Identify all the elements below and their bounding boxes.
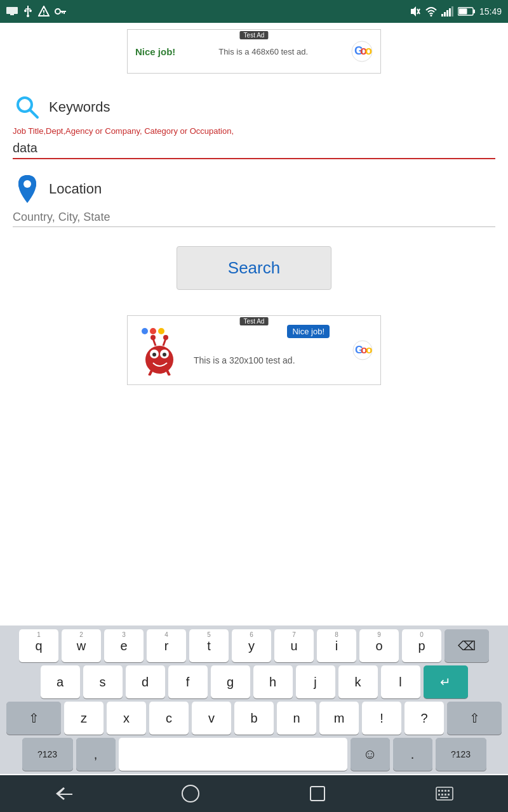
svg-rect-63 [448, 794, 450, 796]
keyboard-row-1: 1q 2w 3e 4r 5t 6y 7u 8i 9o 0p ⌫ [0, 629, 508, 662]
bottom-nav [0, 775, 508, 812]
svg-marker-52 [56, 787, 72, 800]
key-i[interactable]: 8i [317, 629, 356, 662]
key-z[interactable]: z [64, 702, 104, 735]
ad-banner-bottom: Test Ad Nice job! This [127, 315, 381, 385]
wifi-icon [425, 6, 438, 16]
svg-text:o: o [365, 44, 372, 57]
ad-nice-job-top: Nice job! [135, 46, 175, 57]
ad-bottom-text: This is a 320x100 test ad. [194, 355, 373, 365]
key-m[interactable]: m [319, 702, 359, 735]
svg-point-4 [24, 10, 27, 12]
key-f[interactable]: f [168, 665, 208, 698]
screen-icon [6, 7, 18, 16]
svg-point-37 [145, 346, 173, 374]
key-123-right[interactable]: ?123 [436, 738, 486, 771]
key-enter[interactable]: ↵ [424, 665, 468, 698]
svg-point-5 [29, 10, 32, 12]
svg-rect-21 [449, 8, 451, 16]
google-logo-top: G o o [351, 41, 373, 62]
key-u[interactable]: 7u [274, 629, 314, 662]
key-l[interactable]: l [381, 665, 420, 698]
svg-line-46 [149, 370, 152, 376]
key-t[interactable]: 5t [189, 629, 229, 662]
key-o[interactable]: 9o [359, 629, 399, 662]
key-w[interactable]: 2w [62, 629, 101, 662]
key-123-left[interactable]: ?123 [22, 738, 73, 771]
keyboard-row-4: ?123 , ☺ . ?123 [0, 738, 508, 771]
location-input[interactable] [13, 208, 495, 227]
svg-rect-1 [10, 14, 14, 15]
key-r[interactable]: 4r [147, 629, 186, 662]
key-v[interactable]: v [192, 702, 231, 735]
ad-nice-job-badge: Nice job! [287, 325, 330, 338]
svg-rect-58 [444, 790, 446, 792]
location-section: Location [13, 174, 495, 227]
status-icons-right: 15:49 [407, 6, 502, 16]
key-shift-right[interactable]: ⇧ [447, 702, 502, 735]
key-emoji[interactable]: ☺ [351, 738, 390, 771]
svg-rect-59 [448, 790, 450, 792]
svg-rect-56 [438, 790, 440, 792]
svg-line-31 [30, 110, 37, 117]
key-question[interactable]: ? [404, 702, 444, 735]
svg-rect-60 [438, 794, 440, 796]
key-x[interactable]: x [107, 702, 146, 735]
key-e[interactable]: 3e [104, 629, 144, 662]
key-shift-left[interactable]: ⇧ [6, 702, 61, 735]
key-y[interactable]: 6y [232, 629, 271, 662]
key-p[interactable]: 0p [402, 629, 441, 662]
keyboard-row-2: a s d f g h j k l ↵ [0, 665, 508, 698]
svg-rect-19 [444, 12, 446, 16]
key-delete[interactable]: ⌫ [444, 629, 489, 662]
nav-recent-button[interactable] [302, 784, 333, 803]
time-display: 15:49 [479, 6, 502, 16]
svg-point-35 [150, 328, 156, 334]
key-a[interactable]: a [41, 665, 80, 698]
google-logo-bottom: G o o [352, 340, 373, 360]
keywords-input[interactable] [13, 138, 495, 159]
keywords-header: Keywords [13, 93, 495, 121]
svg-rect-22 [451, 6, 453, 16]
key-h[interactable]: h [253, 665, 293, 698]
key-n[interactable]: n [277, 702, 316, 735]
svg-rect-61 [441, 794, 443, 796]
search-button[interactable]: Search [177, 246, 331, 290]
keyboard-row-3: ⇧ z x c v b n m ! ? ⇧ [0, 702, 508, 735]
key-g[interactable]: g [211, 665, 250, 698]
status-bar: 15:49 [0, 0, 508, 23]
nav-home-button[interactable] [175, 784, 206, 803]
svg-point-17 [430, 15, 432, 16]
svg-point-33 [23, 180, 31, 188]
key-s[interactable]: s [83, 665, 123, 698]
svg-point-6 [27, 15, 29, 17]
signal-icon [441, 6, 454, 16]
location-title: Location [49, 181, 102, 197]
svg-point-43 [150, 335, 156, 340]
svg-rect-64 [440, 797, 448, 798]
key-q[interactable]: 1q [19, 629, 58, 662]
svg-rect-11 [60, 11, 66, 12]
nav-back-button[interactable] [48, 784, 79, 803]
key-j[interactable]: j [296, 665, 335, 698]
key-b[interactable]: b [234, 702, 274, 735]
svg-point-36 [158, 328, 164, 334]
svg-rect-25 [458, 9, 467, 15]
key-comma[interactable]: , [76, 738, 116, 771]
svg-point-41 [163, 353, 166, 357]
key-exclaim[interactable]: ! [362, 702, 401, 735]
key-d[interactable]: d [126, 665, 165, 698]
key-k[interactable]: k [338, 665, 378, 698]
status-icons-left [6, 6, 66, 17]
key-c[interactable]: c [149, 702, 189, 735]
key-space[interactable] [119, 738, 347, 771]
key-icon [55, 7, 66, 16]
svg-rect-12 [64, 12, 65, 14]
mute-icon [407, 6, 421, 16]
key-period[interactable]: . [393, 738, 432, 771]
svg-line-47 [167, 370, 170, 376]
svg-point-9 [43, 14, 44, 15]
svg-point-10 [55, 9, 60, 14]
nav-keyboard-button[interactable] [429, 784, 460, 803]
svg-rect-13 [62, 12, 63, 13]
